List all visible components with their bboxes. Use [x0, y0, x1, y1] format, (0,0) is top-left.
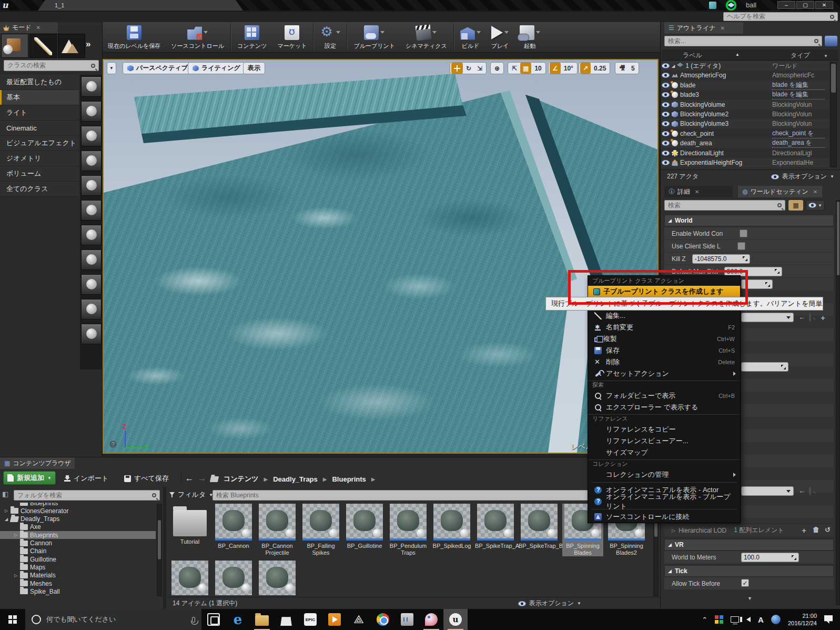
transform-tools[interactable]: ↻ ⇲: [450, 62, 487, 74]
mode-landscape-button[interactable]: [58, 34, 85, 58]
viewport-help-icon[interactable]: ?: [109, 440, 117, 448]
section-vr[interactable]: ◢VR: [664, 539, 834, 551]
folder-search-input[interactable]: フォルダを検索: [14, 490, 160, 501]
tray-ball-icon[interactable]: [771, 615, 781, 624]
toolbar-settings-button[interactable]: 設定: [315, 22, 346, 52]
tree-Cannon[interactable]: Cannon: [0, 539, 156, 547]
back-arrow-icon[interactable]: ←: [798, 313, 805, 321]
taskbar-explorer[interactable]: [250, 609, 274, 630]
add-new-button[interactable]: 新規追加▼: [3, 471, 56, 485]
delete-icon[interactable]: 🗑︎: [813, 526, 819, 535]
visibility-eye-icon[interactable]: [662, 131, 670, 136]
property-input[interactable]: -1048575.0: [692, 254, 750, 264]
angle-snap-value[interactable]: 10°: [561, 63, 576, 74]
surface-snap-icon[interactable]: ⇱: [509, 63, 520, 74]
pane-splitter[interactable]: [163, 487, 166, 609]
asset-partial[interactable]: [213, 561, 254, 595]
outliner-header[interactable]: ラベル ▲ タイプ ▼: [662, 49, 838, 61]
tray-app-icon[interactable]: [715, 615, 723, 624]
browse-icon[interactable]: [809, 487, 811, 495]
placement-item-thumbnail[interactable]: [81, 299, 102, 319]
menu-item[interactable]: ソースコントロールに接続: [588, 511, 740, 523]
asset-BP_Cannon[interactable]: BP_Cannon: [213, 504, 254, 549]
minimize-button[interactable]: –: [777, 1, 795, 9]
toolbar-source-button[interactable]: ソースコントロール: [166, 22, 229, 52]
world-to-meters-input[interactable]: 100.0: [741, 553, 799, 562]
notification-center-icon[interactable]: [824, 615, 833, 624]
tree-Meshes[interactable]: Meshes: [0, 579, 156, 587]
asset-BP_SpikedLog[interactable]: BP_SpikedLog: [431, 504, 472, 549]
placement-item-thumbnail[interactable]: [81, 225, 102, 245]
tree-Chain[interactable]: Chain: [0, 547, 156, 555]
property-value-box[interactable]: [741, 362, 788, 372]
toolbar-build-button[interactable]: ビルド: [455, 22, 486, 52]
hlod-row[interactable]: ▷Hierarchical LOD 1 配列エレメント ＋🗑︎↺: [664, 524, 834, 537]
rotation-snap-group[interactable]: ∠ 10°: [548, 62, 578, 74]
visibility-eye-icon[interactable]: [662, 112, 670, 117]
menu-item[interactable]: リファレンスをコピー: [588, 424, 740, 435]
asset-BP_SpikeTrap_B[interactable]: BP_SpikeTrap_B: [519, 504, 560, 549]
save-all-button[interactable]: すべて保存: [124, 474, 169, 483]
add-icon[interactable]: ＋: [819, 313, 826, 323]
back-arrow-icon[interactable]: ←: [798, 487, 805, 495]
dropdown-arrow-icon[interactable]: [432, 31, 437, 34]
task-view-button[interactable]: [201, 609, 226, 630]
taskbar-store[interactable]: [274, 609, 298, 630]
tree-Axe[interactable]: Axe: [0, 523, 156, 531]
camera-speed-group[interactable]: 🎥︎ 5: [615, 62, 639, 74]
outliner-row[interactable]: BlockingVolumeBlockingVolun: [662, 100, 829, 109]
grid-snap-icon[interactable]: ▦: [520, 63, 531, 74]
close-icon[interactable]: ✕: [813, 189, 817, 195]
outliner-row[interactable]: check_pointcheck_point を: [662, 129, 829, 138]
menu-item[interactable]: サイズマップ: [588, 447, 740, 458]
expand-arrow-icon[interactable]: ▷: [14, 573, 18, 578]
menu-item[interactable]: コレクションの管理: [588, 469, 740, 481]
tree-Materials[interactable]: ▷Materials: [0, 572, 156, 579]
network-icon[interactable]: [731, 616, 739, 623]
scale-tool-icon[interactable]: ⇲: [474, 63, 485, 74]
placement-item-thumbnail[interactable]: [81, 249, 102, 270]
menu-item[interactable]: オンラインマニュアルを表示 - ブループリント: [588, 496, 740, 507]
menu-item[interactable]: 保存Ctrl+S: [588, 345, 740, 356]
placement-item-thumbnail[interactable]: [81, 175, 102, 196]
asset-BP_SpikeTrap_A[interactable]: BP_SpikeTrap_A: [475, 504, 516, 549]
details-view-options[interactable]: ▼: [806, 200, 825, 211]
keymap-combo[interactable]: [741, 486, 794, 496]
tree-ClonesGenerator[interactable]: ▷ClonesGenerator: [0, 507, 156, 515]
angle-snap-icon[interactable]: ∠: [550, 63, 561, 74]
visibility-eye-icon[interactable]: [662, 102, 670, 107]
filter-button[interactable]: フィルタ▼: [169, 490, 213, 499]
taskbar-paint[interactable]: [419, 609, 443, 630]
tree-Blueprints[interactable]: ▷Blueprints: [0, 531, 156, 539]
camera-speed-value[interactable]: 5: [629, 63, 637, 74]
toolbar-content-button[interactable]: コンテンツ: [232, 22, 272, 52]
menu-item[interactable]: 複製Ctrl+W: [588, 333, 740, 345]
outliner-row[interactable]: death_areadeath_area を: [662, 138, 829, 148]
type-cell[interactable]: death_area を: [772, 138, 825, 148]
help-search-input[interactable]: ヘルプを検索: [723, 12, 838, 21]
view-mode-button[interactable]: ライティング: [188, 62, 245, 74]
create-folder-button[interactable]: [825, 36, 837, 46]
breadcrumb[interactable]: コンテンツ▶ Deadly_Traps▶ Blueprints▶: [210, 474, 375, 484]
outliner-row[interactable]: bladeblade を編集: [662, 81, 829, 90]
tab-content-browser[interactable]: ▦コンテンツブラウザ✕: [0, 457, 75, 469]
menu-item[interactable]: フォルダビューで表示Ctrl+B: [588, 390, 740, 402]
asset-BP_Pendulum Traps[interactable]: BP_Pendulum Traps: [388, 504, 429, 556]
asset-BP_Cannon Projectile[interactable]: BP_Cannon Projectile: [257, 504, 298, 556]
menu-item[interactable]: 名前変更F2: [588, 322, 740, 333]
toolbar-play-button[interactable]: プレイ: [486, 22, 514, 52]
section-tick[interactable]: ◢Tick: [664, 565, 834, 577]
close-icon[interactable]: ✕: [36, 25, 41, 31]
back-button[interactable]: ←: [185, 474, 194, 483]
outliner-row[interactable]: AtmosphericFogAtmosphericFc: [662, 71, 829, 80]
level-tab[interactable]: 1_1: [38, 0, 243, 11]
menu-item[interactable]: 編集...: [588, 310, 740, 322]
asset-search-input[interactable]: 検索 Blueprints: [212, 490, 652, 501]
toolbar-cine-button[interactable]: シネマティクス: [400, 22, 452, 52]
close-button[interactable]: ✕: [815, 1, 833, 9]
placement-item-thumbnail[interactable]: [81, 151, 102, 171]
outliner-row[interactable]: ExponentialHeightFogExponentialHe: [662, 158, 829, 167]
visibility-eye-icon[interactable]: [662, 121, 670, 126]
add-element-icon[interactable]: ＋: [801, 526, 807, 535]
scale-snap-value[interactable]: 0.25: [591, 63, 609, 74]
